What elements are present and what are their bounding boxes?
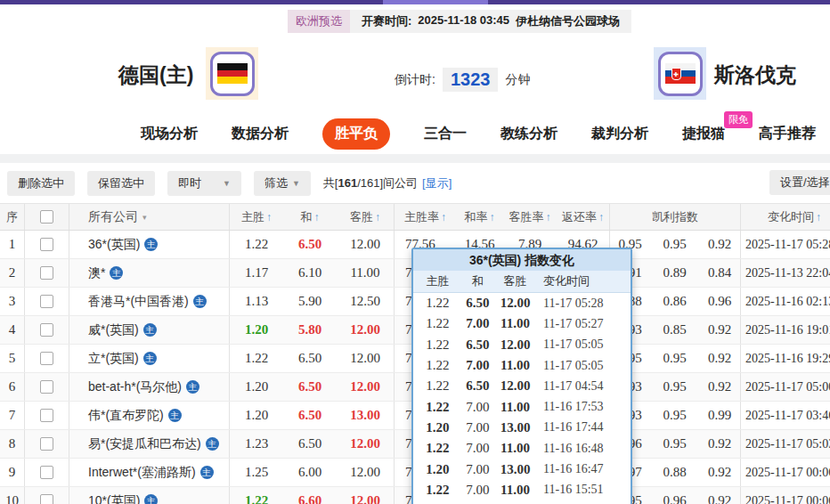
away-flag-frame: ✚	[658, 52, 703, 96]
company-name[interactable]: 澳*	[88, 265, 105, 281]
odds-cell[interactable]: 6.00	[283, 459, 337, 486]
odds-cell[interactable]: 12.50	[337, 288, 395, 315]
row-checkbox[interactable]	[40, 352, 53, 365]
odds-cell[interactable]: 1.22	[230, 345, 283, 372]
company-cell[interactable]: 威*(英国)主	[69, 316, 230, 344]
odds-cell[interactable]: 6.10	[283, 259, 337, 287]
odds-page: 欧洲预选 开赛时间: 2025-11-18 03:45 伊杜纳信号公园球场 德国…	[0, 0, 830, 504]
odds-cell[interactable]: 6.50	[283, 373, 337, 401]
nav-tab-教练分析[interactable]: 教练分析	[500, 125, 557, 143]
col-header-away-rate[interactable]: 客胜率↑	[503, 204, 557, 230]
nav-tab-裁判分析[interactable]: 裁判分析	[591, 125, 648, 143]
row-checkbox[interactable]	[40, 466, 53, 479]
company-name[interactable]: 威*(英国)	[88, 322, 139, 338]
odds-cell[interactable]: 12.00	[337, 231, 395, 258]
popup-draw-odds: 7.00	[462, 316, 493, 331]
col-header-home-rate[interactable]: 主胜率↑	[395, 204, 456, 230]
col-header-company[interactable]: 所有公司▾	[69, 204, 230, 230]
company-cell[interactable]: 10*(英国)主	[69, 487, 230, 504]
company-name[interactable]: 伟*(直布罗陀)	[88, 408, 164, 424]
col-header-home[interactable]: 主胜↑	[230, 204, 283, 230]
row-checkbox[interactable]	[40, 266, 53, 280]
odds-cell[interactable]: 12.00	[337, 316, 395, 344]
toolbar: 删除选中 保留选中 即时 ▼ 筛选 ▼ 共[161/161]间公司[显示] 设置…	[0, 163, 830, 203]
nav-tab-现场分析[interactable]: 现场分析	[141, 125, 198, 143]
odds-cell[interactable]: 12.00	[337, 459, 395, 486]
odds-cell[interactable]: 5.90	[283, 288, 337, 315]
kickoff-label: 开赛时间:	[362, 13, 411, 29]
kelly-cell: 0.86	[650, 288, 699, 315]
company-name[interactable]: Interwet*(塞浦路斯)	[88, 465, 196, 481]
home-marker-icon: 主	[144, 238, 158, 251]
odds-cell[interactable]: 5.80	[283, 316, 337, 344]
odds-cell[interactable]: 6.50	[283, 402, 337, 429]
col-header-away[interactable]: 客胜↑	[337, 204, 395, 230]
popup-col-time: 变化时间	[537, 273, 631, 289]
show-link[interactable]: [显示]	[422, 176, 452, 190]
company-name[interactable]: bet-at-h*(马尔他)	[88, 379, 182, 395]
select-all-checkbox[interactable]	[40, 210, 53, 224]
nav-tab-捷报猫[interactable]: 捷报猫限免	[682, 125, 725, 143]
popup-home-odds: 1.22	[413, 358, 462, 373]
delete-selected-button[interactable]: 删除选中	[7, 171, 75, 196]
odds-cell[interactable]: 12.00	[337, 430, 395, 458]
col-header-change-time[interactable]: 变化时间↑	[741, 204, 830, 230]
col-header-draw[interactable]: 和↑	[283, 204, 337, 230]
row-checkbox[interactable]	[40, 437, 53, 451]
company-cell[interactable]: bet-at-h*(马尔他)主	[69, 373, 230, 401]
odds-cell[interactable]: 1.25	[230, 459, 283, 486]
row-checkbox[interactable]	[40, 494, 53, 504]
change-time-cell: 2025-11-16 02:13	[741, 288, 830, 315]
odds-cell[interactable]: 6.60	[283, 487, 337, 504]
instant-dropdown[interactable]: 即时 ▼	[167, 171, 241, 196]
odds-cell[interactable]: 6.50	[283, 430, 337, 458]
nav-tab-高手推荐[interactable]: 高手推荐	[759, 125, 816, 143]
filter-dropdown[interactable]: 筛选 ▼	[254, 171, 311, 196]
row-checkbox[interactable]	[40, 238, 53, 251]
company-name[interactable]: 易*(安提瓜和巴布达)	[88, 436, 201, 452]
nav-tab-胜平负[interactable]: 胜平负	[322, 118, 390, 150]
col-header-draw-rate[interactable]: 和率↑	[456, 204, 503, 230]
company-cell[interactable]: 36*(英国)主	[69, 231, 230, 258]
row-checkbox[interactable]	[40, 323, 53, 337]
company-cell[interactable]: 易*(安提瓜和巴布达)主	[69, 430, 230, 458]
settings-button[interactable]: 设置/选择	[769, 170, 830, 195]
company-name[interactable]: 立*(英国)	[88, 351, 139, 367]
col-header-return-rate[interactable]: 返还率↑	[557, 204, 610, 230]
odds-cell[interactable]: 1.13	[230, 288, 283, 315]
nav-tab-数据分析[interactable]: 数据分析	[232, 125, 289, 143]
keep-selected-button[interactable]: 保留选中	[87, 171, 155, 196]
company-cell[interactable]: Interwet*(塞浦路斯)主	[69, 459, 230, 486]
company-cell[interactable]: 伟*(直布罗陀)主	[69, 402, 230, 429]
odds-cell[interactable]: 1.20	[230, 316, 283, 344]
odds-cell[interactable]: 11.00	[337, 259, 395, 287]
row-checkbox[interactable]	[40, 409, 53, 422]
match-info: 开赛时间: 2025-11-18 03:45 伊杜纳信号公园球场	[350, 10, 631, 33]
row-index: 1	[0, 231, 25, 258]
row-checkbox[interactable]	[40, 380, 53, 394]
company-name[interactable]: 香港马*(中国香港)	[88, 294, 189, 310]
company-cell[interactable]: 澳*主	[69, 259, 230, 287]
popup-draw-odds: 7.00	[462, 462, 493, 477]
odds-cell[interactable]: 1.23	[230, 430, 283, 458]
odds-cell[interactable]: 12.00	[337, 345, 395, 372]
odds-cell[interactable]: 1.17	[230, 259, 283, 287]
odds-cell[interactable]: 6.50	[283, 345, 337, 372]
odds-cell[interactable]: 1.20	[230, 402, 283, 429]
odds-cell[interactable]: 1.20	[230, 373, 283, 401]
venue: 伊杜纳信号公园球场	[516, 13, 620, 29]
company-cell[interactable]: 立*(英国)主	[69, 345, 230, 372]
odds-cell[interactable]: 12.00	[337, 487, 395, 504]
odds-cell[interactable]: 12.00	[337, 373, 395, 401]
company-cell[interactable]: 香港马*(中国香港)主	[69, 288, 230, 315]
row-checkbox[interactable]	[40, 295, 53, 308]
company-name[interactable]: 36*(英国)	[88, 237, 140, 253]
popup-away-odds: 13.00	[493, 462, 537, 477]
odds-cell[interactable]: 13.00	[337, 402, 395, 429]
popup-away-odds: 12.00	[493, 296, 537, 311]
odds-cell[interactable]: 6.50	[283, 231, 337, 258]
odds-cell[interactable]: 1.22	[230, 487, 283, 504]
nav-tab-三合一[interactable]: 三合一	[424, 125, 467, 143]
odds-cell[interactable]: 1.22	[230, 231, 283, 258]
company-name[interactable]: 10*(英国)	[88, 493, 140, 504]
